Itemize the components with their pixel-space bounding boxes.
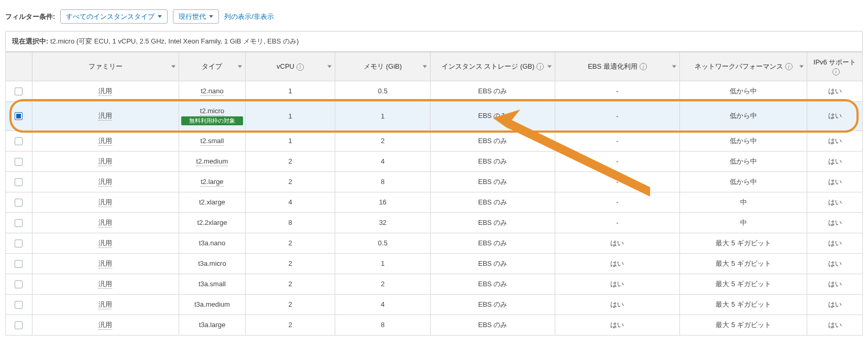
col-header-ebs[interactable]: EBS 最適化利用 [555,52,680,81]
cell-select[interactable] [6,212,32,233]
col-header-memory-label: メモリ (GiB) [364,62,402,70]
row-checkbox[interactable] [15,112,23,120]
cell-memory: 4 [335,151,431,171]
cell-select[interactable] [6,253,32,274]
table-header-row: ファミリー タイプ vCPU メモリ (GiB) インスタンス ストレージ (G… [6,52,863,81]
free-tier-badge: 無料利用枠の対象 [181,116,243,125]
cell-select[interactable] [6,294,32,315]
cell-select[interactable] [6,151,32,171]
table-row[interactable]: 汎用t2.2xlarge832EBS のみ-中はい [6,212,863,233]
cell-storage: EBS のみ [431,274,555,294]
row-checkbox[interactable] [15,321,23,329]
col-header-family[interactable]: ファミリー [32,52,179,81]
col-header-memory[interactable]: メモリ (GiB) [335,52,431,81]
cell-memory: 8 [335,171,431,192]
col-header-ebs-label: EBS 最適化利用 [588,62,638,70]
row-checkbox[interactable] [15,219,23,227]
row-checkbox[interactable] [15,88,23,95]
selection-banner: 現在選択中: t2.micro (可変 ECU, 1 vCPU, 2.5 GHz… [5,31,863,52]
instance-type-dropdown[interactable]: すべてのインスタンスタイプ [60,9,168,24]
filter-label: フィルター条件: [5,12,55,21]
generation-dropdown[interactable]: 現行世代 [173,9,219,24]
cell-select[interactable] [6,81,32,101]
table-row[interactable]: 汎用t2.small12EBS のみ-低から中はい [6,131,863,151]
cell-network: 低から中 [679,101,807,131]
col-header-ipv6[interactable]: IPv6 サポート [807,52,863,81]
cell-ebs: はい [555,294,680,315]
cell-family: 汎用 [32,294,179,315]
cell-select[interactable] [6,131,32,151]
cell-memory: 0.5 [335,81,431,101]
table-row[interactable]: 汎用t2.micro無料利用枠の対象11EBS のみ-低から中はい [6,101,863,131]
cell-memory: 16 [335,192,431,212]
table-row[interactable]: 汎用t3a.large28EBS のみはい最大 5 ギガビットはい [6,315,863,335]
table-row[interactable]: 汎用t2.xlarge416EBS のみ-中はい [6,192,863,212]
row-checkbox[interactable] [15,240,23,247]
table-row[interactable]: 汎用t2.large28EBS のみ-低から中はい [6,171,863,192]
row-checkbox[interactable] [15,137,23,145]
cell-storage: EBS のみ [431,233,555,253]
col-header-type[interactable]: タイプ [179,52,245,81]
cell-storage: EBS のみ [431,81,555,101]
table-row[interactable]: 汎用t3a.nano20.5EBS のみはい最大 5 ギガビットはい [6,233,863,253]
info-icon[interactable] [296,63,304,71]
sort-caret-icon [547,65,552,68]
table-row[interactable]: 汎用t3a.micro21EBS のみはい最大 5 ギガビットはい [6,253,863,274]
sort-caret-icon [171,65,175,68]
table-row[interactable]: 汎用t3a.medium24EBS のみはい最大 5 ギガビットはい [6,294,863,315]
cell-memory: 1 [335,253,431,274]
col-header-storage[interactable]: インスタンス ストレージ (GB) [431,52,555,81]
row-checkbox[interactable] [15,260,23,268]
cell-memory: 32 [335,212,431,233]
table-row[interactable]: 汎用t2.medium24EBS のみ-低から中はい [6,151,863,171]
row-checkbox[interactable] [15,301,23,309]
cell-type-text: t2.xlarge [199,198,225,206]
generation-dropdown-label: 現行世代 [179,13,206,20]
col-header-vcpu[interactable]: vCPU [245,52,335,81]
cell-network: 低から中 [679,171,807,192]
cell-select[interactable] [6,171,32,192]
col-header-ipv6-label: IPv6 サポート [814,58,856,66]
cell-type: t2.nano [179,81,245,101]
info-icon[interactable] [832,68,840,75]
cell-family-text: 汎用 [98,259,112,268]
cell-type-text: t3a.large [199,321,226,329]
row-checkbox[interactable] [15,199,23,207]
cell-type: t3a.micro [179,253,245,274]
row-checkbox[interactable] [15,280,23,288]
cell-storage: EBS のみ [431,192,555,212]
cell-ipv6: はい [807,171,863,192]
cell-memory: 8 [335,315,431,335]
cell-network: 最大 5 ギガビット [679,253,807,274]
cell-storage: EBS のみ [431,315,555,335]
info-icon[interactable] [536,63,544,70]
cell-family-text: 汎用 [98,300,112,309]
cell-select[interactable] [6,315,32,335]
table-row[interactable]: 汎用t3a.small22EBS のみはい最大 5 ギガビットはい [6,274,863,294]
cell-ipv6: はい [807,274,863,294]
row-checkbox[interactable] [15,158,23,166]
cell-memory: 2 [335,131,431,151]
cell-family: 汎用 [32,81,179,101]
cell-family-text: 汎用 [98,87,112,96]
cell-select[interactable] [6,233,32,253]
cell-family-text: 汎用 [98,137,112,146]
cell-select[interactable] [6,101,32,131]
cell-type: t3a.medium [179,294,245,315]
table-row[interactable]: 汎用t2.nano10.5EBS のみ-低から中はい [6,81,863,101]
chevron-down-icon [209,15,213,18]
cell-type: t2.xlarge [179,192,245,212]
cell-vcpu: 8 [245,212,335,233]
row-checkbox[interactable] [15,178,23,186]
cell-memory: 1 [335,101,431,131]
cell-ipv6: はい [807,212,863,233]
col-header-network[interactable]: ネットワークパフォーマンス [679,52,807,81]
cell-ebs: はい [555,253,680,274]
cell-select[interactable] [6,274,32,294]
cell-ipv6: はい [807,151,863,171]
info-icon[interactable] [640,63,647,70]
columns-toggle-link[interactable]: 列の表示/非表示 [224,12,274,21]
cell-select[interactable] [6,192,32,212]
info-icon[interactable] [785,63,793,70]
sort-caret-icon [238,65,242,68]
